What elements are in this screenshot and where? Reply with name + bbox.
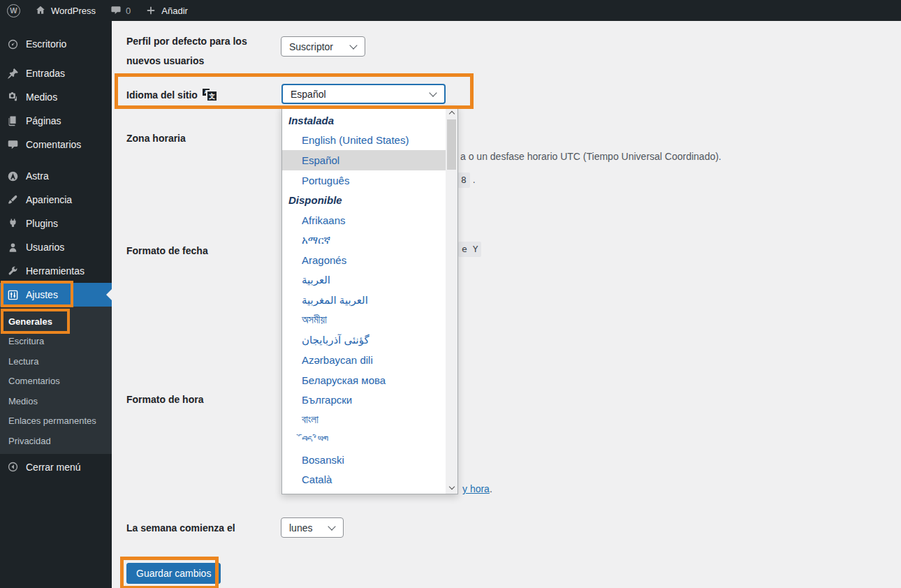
chevron-down-icon — [429, 89, 437, 96]
tools-icon — [6, 264, 20, 278]
new-content-button[interactable]: Añadir — [138, 0, 195, 21]
site-language-label: Idioma del sitio A 文 — [126, 88, 218, 102]
sidebar-item-herramientas[interactable]: Herramientas — [0, 259, 112, 283]
sidebar-item-medios[interactable]: Medios — [0, 85, 112, 109]
sidebar-item-label: Apariencia — [26, 194, 72, 205]
sidebar-item-label: Escritorio — [26, 38, 66, 50]
sidebar-item-label: Ajustes — [26, 289, 58, 300]
language-option[interactable]: English (United States) — [282, 131, 446, 151]
wordpress-logo-icon: W — [7, 4, 20, 17]
sidebar-item-label: Herramientas — [26, 265, 85, 277]
comment-bubble-icon — [110, 5, 122, 17]
appearance-icon — [6, 193, 20, 207]
default-role-label: Perfil por defecto para los nuevos usuar… — [126, 31, 247, 71]
sidebar-item-apariencia[interactable]: Apariencia — [0, 188, 112, 212]
week-start-select[interactable]: lunes — [281, 517, 344, 538]
language-option[interactable]: Български — [282, 390, 446, 410]
settings-icon — [6, 288, 20, 302]
language-option[interactable]: བོད་ཡིག — [282, 430, 446, 450]
site-language-value: Español — [291, 89, 326, 100]
sidebar-item-label: Comentarios — [26, 139, 81, 150]
scroll-down-icon[interactable] — [446, 482, 457, 494]
language-option[interactable]: Беларуская мова — [282, 370, 446, 390]
scroll-up-icon[interactable] — [446, 107, 457, 119]
site-name-link[interactable]: WordPress — [27, 0, 103, 21]
plus-icon — [145, 5, 156, 17]
submenu-item-escritura[interactable]: Escritura — [0, 332, 112, 352]
comments-icon — [6, 138, 20, 152]
language-option[interactable]: العربية — [282, 270, 446, 291]
language-option[interactable]: Português — [282, 170, 446, 191]
week-start-value: lunes — [289, 522, 312, 534]
astra-icon — [6, 169, 20, 183]
language-option-selected[interactable]: Español — [282, 150, 446, 170]
language-options: Instalada English (United States) Españo… — [282, 107, 446, 494]
sidebar-item-plugins[interactable]: Plugins — [0, 212, 112, 235]
utc-time-code: 8 — [457, 172, 470, 188]
users-icon — [6, 240, 20, 254]
site-language-select[interactable]: Español — [281, 84, 446, 104]
sidebar-item-label: Usuarios — [26, 242, 64, 253]
admin-sidebar-menu: Escritorio Entradas Medios Páginas Come — [0, 21, 112, 588]
submenu-item-lectura[interactable]: Lectura — [0, 351, 112, 372]
language-option[interactable]: العربية المغربية — [282, 290, 446, 310]
language-option[interactable]: বাংলা — [282, 410, 446, 430]
sidebar-item-entradas[interactable]: Entradas — [0, 61, 112, 85]
submenu-item-enlaces-permanentes[interactable]: Enlaces permanentes — [0, 411, 112, 432]
week-start-label: La semana comienza el — [126, 521, 235, 535]
collapse-menu-button[interactable]: Cerrar menú — [0, 455, 112, 479]
language-option[interactable]: Afrikaans — [282, 210, 446, 230]
submenu-item-privacidad[interactable]: Privacidad — [0, 431, 112, 451]
sidebar-item-usuarios[interactable]: Usuarios — [0, 235, 112, 259]
comments-count: 0 — [126, 6, 131, 16]
sidebar-item-astra[interactable]: Astra — [0, 164, 112, 188]
date-format-label: Formato de fecha — [126, 244, 208, 258]
dropdown-scrollbar[interactable] — [446, 107, 457, 494]
date-format-code-fragment: e Y — [458, 242, 481, 257]
utc-time-fragment: 8 . — [457, 172, 476, 188]
media-icon — [6, 90, 20, 104]
language-option[interactable]: Bosanski — [282, 450, 446, 470]
collapse-arrow-icon — [6, 460, 20, 474]
sidebar-item-label: Medios — [26, 91, 57, 103]
time-format-label: Formato de hora — [126, 392, 203, 406]
language-option[interactable]: অসমীয়া — [282, 310, 446, 330]
default-role-select[interactable]: Suscriptor — [281, 36, 365, 57]
datetime-doc-fragment: y hora. — [462, 482, 492, 496]
language-option[interactable]: Català — [282, 470, 446, 490]
sidebar-item-label: Astra — [26, 170, 49, 182]
sidebar-item-ajustes[interactable]: Ajustes — [0, 283, 112, 307]
datetime-doc-link[interactable]: y hora — [462, 483, 490, 494]
language-dropdown-list: Instalada English (United States) Españo… — [281, 106, 458, 494]
site-name-label: WordPress — [51, 6, 96, 16]
save-changes-button[interactable]: Guardar cambios — [126, 563, 221, 584]
timezone-description-fragment: a o un desfase horario UTC (Tiempo Unive… — [460, 149, 721, 163]
language-option[interactable]: Aragonés — [282, 250, 446, 270]
submenu-item-generales[interactable]: Generales — [0, 311, 112, 332]
comments-shortcut[interactable]: 0 — [103, 0, 138, 21]
sidebar-item-escritorio[interactable]: Escritorio — [0, 32, 112, 56]
general-settings-form: Perfil por defecto para los nuevos usuar… — [112, 21, 901, 588]
submenu-item-medios[interactable]: Medios — [0, 391, 112, 411]
plugin-icon — [6, 216, 20, 230]
admin-bar: W WordPress 0 Añadir — [0, 0, 901, 21]
collapse-menu-label: Cerrar menú — [26, 462, 81, 473]
wordpress-admin-page: W WordPress 0 Añadir Escrito — [0, 0, 901, 588]
chevron-down-icon — [349, 41, 357, 49]
sidebar-item-label: Páginas — [26, 115, 61, 126]
language-option[interactable]: አማርኛ — [282, 230, 446, 251]
submenu-item-comentarios[interactable]: Comentarios — [0, 372, 112, 392]
scrollbar-thumb[interactable] — [447, 119, 456, 170]
language-group-instalada: Instalada — [282, 110, 446, 131]
language-option[interactable]: گؤنئی آذربایجان — [282, 330, 446, 351]
wordpress-menu-button[interactable]: W — [0, 0, 27, 21]
home-icon — [34, 5, 46, 17]
language-group-disponible: Disponible — [282, 190, 446, 210]
timezone-label: Zona horaria — [126, 131, 186, 145]
chevron-down-icon — [328, 522, 335, 530]
sidebar-item-comentarios[interactable]: Comentarios — [0, 133, 112, 156]
language-option[interactable]: Azərbaycan dili — [282, 350, 446, 370]
sidebar-item-paginas[interactable]: Páginas — [0, 109, 112, 133]
new-content-label: Añadir — [161, 6, 188, 16]
settings-submenu: Generales Escritura Lectura Comentarios … — [0, 307, 112, 454]
